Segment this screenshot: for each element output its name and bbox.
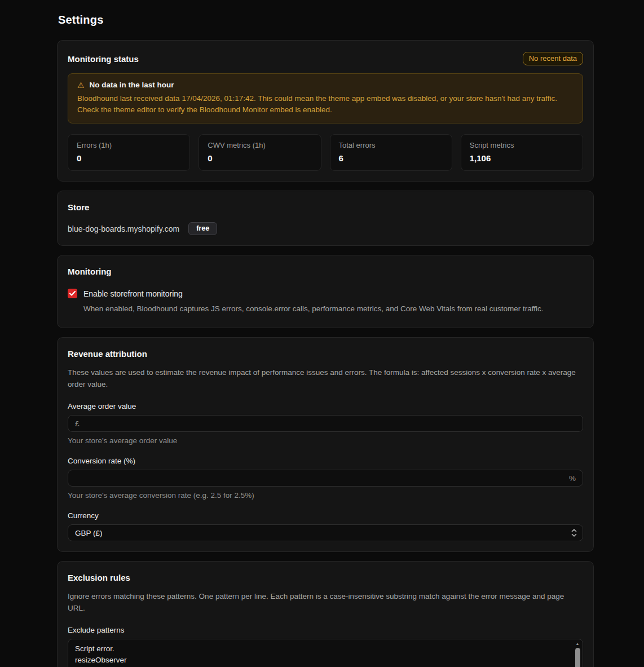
enable-monitoring-label: Enable storefront monitoring — [83, 289, 183, 298]
metric-value: 1,106 — [470, 153, 574, 163]
metric-value: 0 — [77, 153, 181, 163]
aov-help-text: Your store's average order value — [68, 436, 583, 445]
textarea-scrollbar[interactable]: ▲ ▼ — [574, 641, 581, 667]
enable-monitoring-row[interactable]: Enable storefront monitoring — [68, 289, 583, 298]
monitoring-description: When enabled, Bloodhound captures JS err… — [83, 303, 583, 315]
plan-badge: free — [188, 222, 217, 235]
percent-suffix: % — [569, 474, 576, 483]
page-title: Settings — [58, 14, 594, 26]
metric-label: Total errors — [339, 141, 443, 149]
conversion-input-box[interactable]: % — [68, 470, 583, 487]
check-icon — [69, 291, 76, 296]
conversion-help-text: Your store's average conversion rate (e.… — [68, 491, 583, 500]
exclude-patterns-label: Exclude patterns — [68, 626, 583, 634]
checkbox-checked-icon[interactable] — [68, 289, 77, 298]
chevron-updown-icon — [571, 528, 577, 537]
currency-selected-value: GBP (£) — [75, 529, 103, 537]
monitoring-status-header: Monitoring status No recent data — [68, 52, 583, 65]
metric-label: Errors (1h) — [77, 141, 181, 149]
metric-value: 6 — [339, 153, 443, 163]
metric-value: 0 — [208, 153, 312, 163]
metric-label: CWV metrics (1h) — [208, 141, 312, 149]
conversion-field-group: Conversion rate (%) % Your store's avera… — [68, 457, 583, 500]
currency-select[interactable]: GBP (£) — [68, 524, 583, 541]
metrics-row: Errors (1h) 0 CWV metrics (1h) 0 Total e… — [68, 134, 583, 171]
currency-prefix: £ — [75, 419, 80, 428]
scroll-up-arrow-icon[interactable]: ▲ — [576, 641, 580, 646]
metric-label: Script metrics — [470, 141, 574, 149]
store-row: blue-dog-boards.myshopify.com free — [68, 222, 583, 235]
exclusion-rules-title: Exclusion rules — [68, 573, 583, 582]
scrollbar-thumb[interactable] — [575, 648, 580, 667]
exclusion-rules-description: Ignore errors matching these patterns. O… — [68, 591, 583, 614]
no-recent-data-badge: No recent data — [523, 52, 583, 65]
monitoring-card: Monitoring Enable storefront monitoring … — [57, 255, 594, 328]
store-domain: blue-dog-boards.myshopify.com — [68, 224, 179, 233]
monitoring-status-title: Monitoring status — [68, 54, 139, 64]
warning-banner-header: ⚠ No data in the last hour — [77, 81, 574, 89]
revenue-attribution-title: Revenue attribution — [68, 349, 583, 359]
exclude-patterns-textarea[interactable]: Script error. resizeObserver /checkout/p… — [68, 639, 572, 667]
currency-field-group: Currency GBP (£) — [68, 511, 583, 541]
exclude-patterns-field-group: Exclude patterns Script error. resizeObs… — [68, 626, 583, 667]
metric-total-errors: Total errors 6 — [330, 134, 452, 171]
settings-page: Settings Monitoring status No recent dat… — [57, 0, 594, 667]
aov-input-box[interactable]: £ — [68, 415, 583, 432]
revenue-attribution-description: These values are used to estimate the re… — [68, 367, 583, 390]
revenue-attribution-card: Revenue attribution These values are use… — [57, 337, 594, 552]
exclude-patterns-box: Script error. resizeObserver /checkout/p… — [68, 639, 583, 667]
warning-title: No data in the last hour — [90, 81, 174, 89]
conversion-label: Conversion rate (%) — [68, 457, 583, 465]
conversion-rate-input[interactable] — [75, 474, 564, 483]
store-card: Store blue-dog-boards.myshopify.com free — [57, 191, 594, 246]
warning-triangle-icon: ⚠ — [77, 81, 85, 89]
aov-label: Average order value — [68, 402, 583, 410]
monitoring-title: Monitoring — [68, 267, 583, 276]
metric-cwv-1h: CWV metrics (1h) 0 — [199, 134, 321, 171]
exclusion-rules-card: Exclusion rules Ignore errors matching t… — [57, 561, 594, 667]
store-title: Store — [68, 202, 583, 212]
aov-field-group: Average order value £ Your store's avera… — [68, 402, 583, 445]
currency-label: Currency — [68, 511, 583, 520]
warning-body-text: Bloodhound last received data 17/04/2026… — [77, 93, 574, 116]
metric-errors-1h: Errors (1h) 0 — [68, 134, 190, 171]
no-data-warning-banner: ⚠ No data in the last hour Bloodhound la… — [68, 73, 583, 123]
monitoring-status-card: Monitoring status No recent data ⚠ No da… — [57, 40, 594, 182]
metric-script-metrics: Script metrics 1,106 — [461, 134, 583, 171]
aov-input[interactable] — [84, 419, 576, 428]
